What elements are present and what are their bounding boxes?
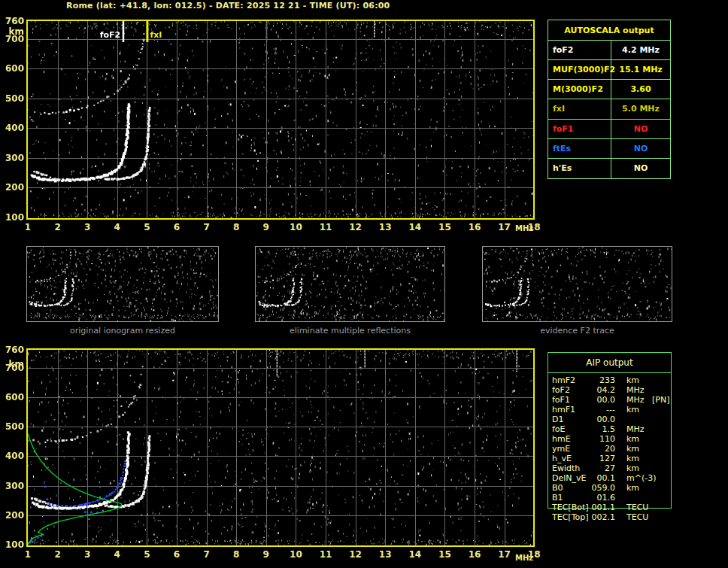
aip-parameter-label: TEC[Top]	[552, 512, 589, 522]
aip-parameter-value: 127	[587, 454, 615, 463]
fxI-marker-label: fxI	[150, 30, 162, 40]
parameter-label: h'Es	[548, 159, 611, 178]
x-axis-tick-label: 6	[168, 549, 186, 560]
aip-row-hmf1: hmF1---km	[548, 405, 672, 415]
aip-parameter-unit: km	[626, 434, 639, 444]
aip-parameter-value: 001.1	[587, 503, 615, 512]
autoscala-row-fof1: foF1NO	[548, 120, 670, 139]
thumbnail-f2-evidence	[482, 246, 672, 322]
aip-row-delnve: DelN_vE00.1m^(-3)	[548, 473, 672, 483]
aip-parameter-unit: km	[626, 463, 639, 473]
x-axis-tick-label: 11	[317, 549, 335, 560]
aip-row-tecbot: TEC[Bot]001.1TECU	[548, 503, 672, 512]
parameter-value: NO	[611, 120, 670, 138]
x-axis-tick-label: 9	[257, 549, 275, 560]
aip-parameter-label: hmF2	[552, 375, 575, 385]
aip-parameter-value: 233	[587, 375, 615, 385]
aip-parameter-label: Ewidth	[552, 463, 580, 473]
y-axis-tick-label: 760	[2, 16, 24, 26]
caption-original-ionogram: original ionogram resized	[26, 326, 219, 336]
parameter-value: 3.60	[611, 80, 670, 99]
aip-row-b0: B0059.0km	[548, 483, 672, 493]
x-axis-tick-label: 13	[376, 549, 394, 560]
x-axis-tick-label: 9	[257, 222, 275, 232]
x-axis-tick-label: 17	[496, 549, 514, 560]
parameter-label: ftEs	[548, 139, 611, 158]
parameter-label: fxI	[548, 99, 611, 118]
aip-row-tectop: TEC[Top]002.1TECU	[548, 512, 672, 522]
aip-parameter-label: D1	[552, 415, 563, 424]
aip-parameter-unit: m^(-3)	[626, 473, 656, 483]
aip-row-b1: B101.6	[548, 493, 672, 503]
aip-parameter-label: B0	[552, 483, 563, 493]
autoscala-row-hes: h'EsNO	[548, 159, 670, 178]
aip-parameter-label: foF1	[552, 395, 570, 405]
bottom-x-axis-unit: MHz	[515, 554, 533, 562]
aip-row-fof1: foF100.0MHz[PN]	[548, 395, 672, 405]
parameter-label: foF2	[548, 41, 611, 59]
aip-parameter-note: [PN]	[652, 395, 669, 405]
aip-parameter-value: 002.1	[587, 512, 615, 522]
aip-parameter-value: ---	[587, 405, 615, 415]
x-axis-tick-label: 7	[198, 222, 216, 232]
aip-parameter-value: 04.2	[587, 385, 615, 395]
x-axis-tick-label: 1	[19, 549, 37, 560]
x-axis-tick-label: 5	[138, 222, 156, 232]
aip-parameter-label: hmF1	[552, 405, 575, 415]
x-axis-tick-label: 1	[19, 222, 37, 232]
x-axis-tick-label: 8	[227, 222, 245, 232]
x-axis-tick-label: 2	[49, 222, 67, 232]
x-axis-tick-label: 8	[227, 549, 245, 560]
top-y-axis-unit: km	[2, 26, 24, 37]
station-title: Rome (lat: +41.8, lon: 012.5) - DATE: 20…	[66, 1, 390, 11]
x-axis-tick-label: 10	[287, 549, 305, 560]
aip-parameter-unit: km	[626, 483, 639, 493]
aip-parameter-value: 20	[587, 444, 615, 454]
aip-parameter-unit: km	[626, 375, 639, 385]
parameter-value: NO	[611, 139, 670, 158]
y-axis-tick-label: 600	[2, 63, 24, 74]
x-axis-tick-label: 4	[108, 549, 126, 560]
y-axis-tick-label: 200	[2, 182, 24, 193]
autoscala-row-fof2: foF24.2 MHz	[548, 41, 670, 60]
aip-parameter-unit: MHz	[626, 385, 645, 395]
x-axis-tick-label: 4	[108, 222, 126, 232]
x-axis-tick-label: 2	[49, 549, 67, 560]
aip-parameter-value: 00.0	[587, 395, 615, 405]
x-axis-tick-label: 16	[466, 222, 484, 232]
y-axis-tick-label: 500	[2, 93, 24, 104]
aip-parameter-label: TEC[Bot]	[552, 503, 589, 512]
y-axis-tick-label: 400	[2, 451, 24, 461]
x-axis-tick-label: 13	[376, 222, 394, 232]
parameter-label: MUF(3000)F2	[548, 60, 611, 79]
y-axis-tick-label: 200	[2, 510, 24, 521]
autoscala-row-muf3000f2: MUF(3000)F215.1 MHz	[548, 60, 670, 80]
aip-box-header: AIP output	[548, 353, 671, 373]
x-axis-tick-label: 10	[287, 222, 305, 232]
aip-parameter-unit: MHz	[626, 424, 645, 434]
caption-f2-evidence: evidence F2 trace	[482, 326, 672, 336]
aip-row-hve: h_vE127km	[548, 454, 672, 463]
caption-eliminate-multiples: eliminate multiple reflections	[255, 326, 445, 336]
thumbnail-original-canvas	[27, 247, 218, 321]
x-axis-tick-label: 17	[496, 222, 514, 232]
aip-parameter-unit: TECU	[626, 512, 648, 522]
aip-parameter-value: 059.0	[587, 483, 615, 493]
top-ionogram-canvas	[26, 20, 535, 220]
aip-parameter-label: DelN_vE	[552, 473, 586, 483]
x-axis-tick-label: 15	[435, 222, 453, 232]
parameter-value: NO	[611, 159, 670, 178]
aip-parameter-label: ymE	[552, 444, 570, 454]
autoscala-row-fxi: fxI5.0 MHz	[548, 99, 670, 119]
aip-parameter-label: h_vE	[552, 454, 572, 463]
parameter-value: 4.2 MHz	[611, 41, 670, 59]
y-axis-tick-label: 300	[2, 153, 24, 163]
top-ionogram-plot	[26, 20, 535, 220]
x-axis-tick-label: 5	[138, 549, 156, 560]
aip-row-foe: foE1.5MHz	[548, 424, 672, 434]
aip-parameter-value: 00.1	[587, 473, 615, 483]
x-axis-tick-label: 6	[168, 222, 186, 232]
thumbnail-eliminate-multiples	[255, 246, 445, 322]
x-axis-tick-label: 15	[435, 549, 453, 560]
aip-parameter-value: 110	[587, 434, 615, 444]
